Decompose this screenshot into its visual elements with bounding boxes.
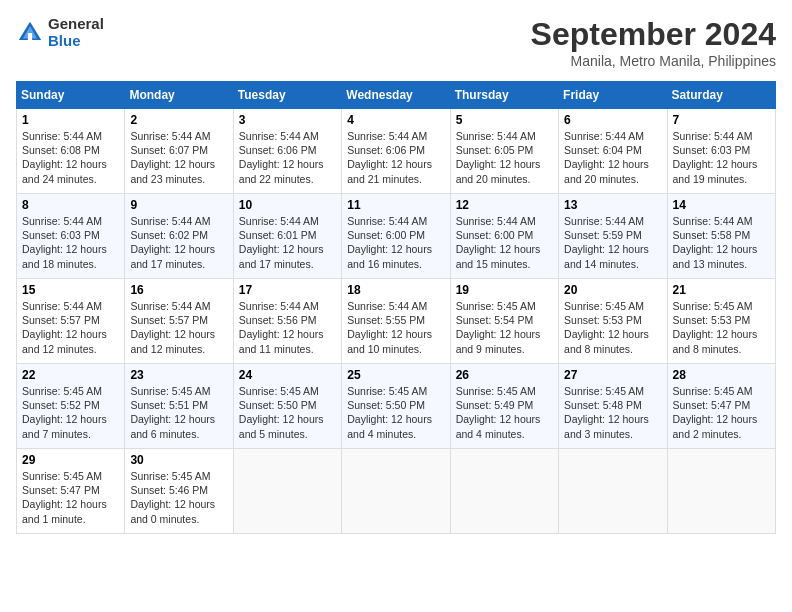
day-cell: 7Sunrise: 5:44 AMSunset: 6:03 PMDaylight…	[667, 109, 775, 194]
day-number: 5	[456, 113, 553, 127]
day-cell: 22Sunrise: 5:45 AMSunset: 5:52 PMDayligh…	[17, 364, 125, 449]
day-info: Sunrise: 5:44 AMSunset: 6:03 PMDaylight:…	[22, 215, 107, 270]
logo-text: General Blue	[48, 16, 104, 49]
day-cell: 1Sunrise: 5:44 AMSunset: 6:08 PMDaylight…	[17, 109, 125, 194]
day-info: Sunrise: 5:44 AMSunset: 5:56 PMDaylight:…	[239, 300, 324, 355]
weekday-header-monday: Monday	[125, 82, 233, 109]
day-cell: 26Sunrise: 5:45 AMSunset: 5:49 PMDayligh…	[450, 364, 558, 449]
week-row-4: 22Sunrise: 5:45 AMSunset: 5:52 PMDayligh…	[17, 364, 776, 449]
day-number: 2	[130, 113, 227, 127]
day-cell: 19Sunrise: 5:45 AMSunset: 5:54 PMDayligh…	[450, 279, 558, 364]
day-number: 1	[22, 113, 119, 127]
day-cell: 21Sunrise: 5:45 AMSunset: 5:53 PMDayligh…	[667, 279, 775, 364]
weekday-header-row: SundayMondayTuesdayWednesdayThursdayFrid…	[17, 82, 776, 109]
day-info: Sunrise: 5:44 AMSunset: 6:06 PMDaylight:…	[347, 130, 432, 185]
week-row-3: 15Sunrise: 5:44 AMSunset: 5:57 PMDayligh…	[17, 279, 776, 364]
day-number: 12	[456, 198, 553, 212]
day-cell: 3Sunrise: 5:44 AMSunset: 6:06 PMDaylight…	[233, 109, 341, 194]
day-number: 30	[130, 453, 227, 467]
logo: General Blue	[16, 16, 104, 49]
day-cell: 29Sunrise: 5:45 AMSunset: 5:47 PMDayligh…	[17, 449, 125, 534]
title-area: September 2024 Manila, Metro Manila, Phi…	[531, 16, 776, 69]
day-number: 10	[239, 198, 336, 212]
day-cell: 25Sunrise: 5:45 AMSunset: 5:50 PMDayligh…	[342, 364, 450, 449]
day-number: 21	[673, 283, 770, 297]
day-number: 17	[239, 283, 336, 297]
day-info: Sunrise: 5:44 AMSunset: 6:02 PMDaylight:…	[130, 215, 215, 270]
weekday-header-thursday: Thursday	[450, 82, 558, 109]
day-info: Sunrise: 5:44 AMSunset: 6:00 PMDaylight:…	[456, 215, 541, 270]
day-cell: 23Sunrise: 5:45 AMSunset: 5:51 PMDayligh…	[125, 364, 233, 449]
day-info: Sunrise: 5:44 AMSunset: 5:57 PMDaylight:…	[22, 300, 107, 355]
day-info: Sunrise: 5:44 AMSunset: 6:06 PMDaylight:…	[239, 130, 324, 185]
svg-rect-2	[28, 33, 32, 40]
day-cell: 12Sunrise: 5:44 AMSunset: 6:00 PMDayligh…	[450, 194, 558, 279]
weekday-header-sunday: Sunday	[17, 82, 125, 109]
day-info: Sunrise: 5:45 AMSunset: 5:46 PMDaylight:…	[130, 470, 215, 525]
day-number: 13	[564, 198, 661, 212]
day-cell: 16Sunrise: 5:44 AMSunset: 5:57 PMDayligh…	[125, 279, 233, 364]
day-info: Sunrise: 5:45 AMSunset: 5:47 PMDaylight:…	[673, 385, 758, 440]
day-cell: 11Sunrise: 5:44 AMSunset: 6:00 PMDayligh…	[342, 194, 450, 279]
week-row-1: 1Sunrise: 5:44 AMSunset: 6:08 PMDaylight…	[17, 109, 776, 194]
day-cell: 14Sunrise: 5:44 AMSunset: 5:58 PMDayligh…	[667, 194, 775, 279]
day-info: Sunrise: 5:45 AMSunset: 5:53 PMDaylight:…	[673, 300, 758, 355]
day-number: 16	[130, 283, 227, 297]
day-cell: 4Sunrise: 5:44 AMSunset: 6:06 PMDaylight…	[342, 109, 450, 194]
logo-icon	[16, 19, 44, 47]
day-info: Sunrise: 5:45 AMSunset: 5:53 PMDaylight:…	[564, 300, 649, 355]
day-cell	[450, 449, 558, 534]
day-info: Sunrise: 5:44 AMSunset: 6:03 PMDaylight:…	[673, 130, 758, 185]
day-number: 25	[347, 368, 444, 382]
day-number: 19	[456, 283, 553, 297]
day-cell: 10Sunrise: 5:44 AMSunset: 6:01 PMDayligh…	[233, 194, 341, 279]
weekday-header-tuesday: Tuesday	[233, 82, 341, 109]
day-info: Sunrise: 5:44 AMSunset: 6:08 PMDaylight:…	[22, 130, 107, 185]
day-number: 11	[347, 198, 444, 212]
day-number: 8	[22, 198, 119, 212]
day-info: Sunrise: 5:45 AMSunset: 5:47 PMDaylight:…	[22, 470, 107, 525]
day-info: Sunrise: 5:44 AMSunset: 5:58 PMDaylight:…	[673, 215, 758, 270]
day-number: 15	[22, 283, 119, 297]
day-number: 9	[130, 198, 227, 212]
day-cell: 8Sunrise: 5:44 AMSunset: 6:03 PMDaylight…	[17, 194, 125, 279]
day-number: 27	[564, 368, 661, 382]
weekday-header-saturday: Saturday	[667, 82, 775, 109]
header: General Blue September 2024 Manila, Metr…	[16, 16, 776, 69]
day-cell: 2Sunrise: 5:44 AMSunset: 6:07 PMDaylight…	[125, 109, 233, 194]
day-number: 24	[239, 368, 336, 382]
day-number: 7	[673, 113, 770, 127]
day-number: 3	[239, 113, 336, 127]
day-cell: 27Sunrise: 5:45 AMSunset: 5:48 PMDayligh…	[559, 364, 667, 449]
day-cell: 6Sunrise: 5:44 AMSunset: 6:04 PMDaylight…	[559, 109, 667, 194]
day-cell: 5Sunrise: 5:44 AMSunset: 6:05 PMDaylight…	[450, 109, 558, 194]
day-cell: 15Sunrise: 5:44 AMSunset: 5:57 PMDayligh…	[17, 279, 125, 364]
day-cell: 30Sunrise: 5:45 AMSunset: 5:46 PMDayligh…	[125, 449, 233, 534]
day-cell: 13Sunrise: 5:44 AMSunset: 5:59 PMDayligh…	[559, 194, 667, 279]
day-number: 14	[673, 198, 770, 212]
day-info: Sunrise: 5:44 AMSunset: 5:59 PMDaylight:…	[564, 215, 649, 270]
day-info: Sunrise: 5:44 AMSunset: 6:00 PMDaylight:…	[347, 215, 432, 270]
day-cell: 24Sunrise: 5:45 AMSunset: 5:50 PMDayligh…	[233, 364, 341, 449]
day-info: Sunrise: 5:45 AMSunset: 5:52 PMDaylight:…	[22, 385, 107, 440]
day-info: Sunrise: 5:44 AMSunset: 6:05 PMDaylight:…	[456, 130, 541, 185]
weekday-header-wednesday: Wednesday	[342, 82, 450, 109]
week-row-2: 8Sunrise: 5:44 AMSunset: 6:03 PMDaylight…	[17, 194, 776, 279]
weekday-header-friday: Friday	[559, 82, 667, 109]
day-cell: 17Sunrise: 5:44 AMSunset: 5:56 PMDayligh…	[233, 279, 341, 364]
day-number: 29	[22, 453, 119, 467]
day-number: 28	[673, 368, 770, 382]
day-info: Sunrise: 5:44 AMSunset: 6:07 PMDaylight:…	[130, 130, 215, 185]
week-row-5: 29Sunrise: 5:45 AMSunset: 5:47 PMDayligh…	[17, 449, 776, 534]
day-cell: 18Sunrise: 5:44 AMSunset: 5:55 PMDayligh…	[342, 279, 450, 364]
day-number: 26	[456, 368, 553, 382]
day-number: 18	[347, 283, 444, 297]
logo-general-text: General	[48, 16, 104, 33]
logo-blue-text: Blue	[48, 33, 104, 50]
day-info: Sunrise: 5:44 AMSunset: 5:57 PMDaylight:…	[130, 300, 215, 355]
day-info: Sunrise: 5:45 AMSunset: 5:54 PMDaylight:…	[456, 300, 541, 355]
calendar-title: September 2024	[531, 16, 776, 53]
day-cell	[233, 449, 341, 534]
day-info: Sunrise: 5:45 AMSunset: 5:50 PMDaylight:…	[347, 385, 432, 440]
day-info: Sunrise: 5:44 AMSunset: 6:01 PMDaylight:…	[239, 215, 324, 270]
